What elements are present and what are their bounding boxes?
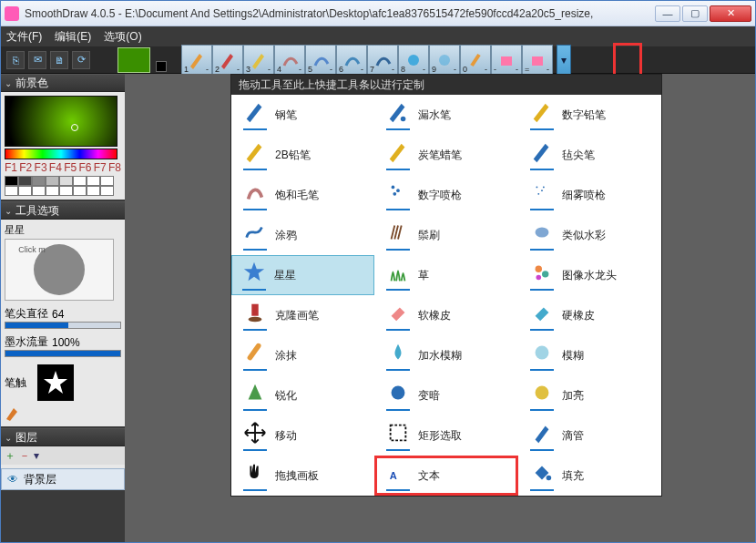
tool-leaky-pen[interactable]: 漏水笔 <box>374 95 517 135</box>
shape-label: 星星 <box>5 223 121 237</box>
click-hint: Click m <box>18 245 46 254</box>
minimize-button[interactable]: — <box>655 5 680 22</box>
quick-btn-4[interactable]: ⟳ <box>72 51 90 69</box>
swatch[interactable] <box>73 186 87 196</box>
swatch[interactable] <box>87 186 100 196</box>
tool-bristle[interactable]: 鬃刷 <box>374 215 517 255</box>
swatch[interactable] <box>100 186 114 196</box>
popup-grid: 钢笔漏水笔数字铅笔2B铅笔炭笔蜡笔毡尖笔饱和毛笔数字喷枪细雾喷枪涂鸦鬃刷类似水彩… <box>231 95 661 496</box>
background-swatch[interactable] <box>156 61 167 72</box>
tool-text[interactable]: A文本 <box>374 456 517 496</box>
brush-slot-3[interactable]: 3- <box>243 45 274 76</box>
color-field[interactable] <box>5 96 117 147</box>
brush-slot-2[interactable]: 2- <box>212 45 243 76</box>
tool-eyedropper[interactable]: 滴管 <box>518 415 661 456</box>
tool-pencil-2b[interactable]: 2B铅笔 <box>231 135 374 175</box>
menu-file[interactable]: 文件(F) <box>6 29 42 45</box>
brush-slot-5[interactable]: 5- <box>305 45 336 76</box>
brush-slot-7[interactable]: 7- <box>367 45 398 76</box>
canvas[interactable]: 拖动工具至此上快捷工具条以进行定制 钢笔漏水笔数字铅笔2B铅笔炭笔蜡笔毡尖笔饱和… <box>125 74 755 543</box>
f-label: F5 <box>64 161 77 174</box>
swatch[interactable] <box>5 176 18 186</box>
menu-edit[interactable]: 编辑(E) <box>55 29 91 45</box>
tool-water-blur[interactable]: 加水模糊 <box>374 335 517 375</box>
tool-image-faucet[interactable]: 图像水龙头 <box>518 255 661 295</box>
tool-move[interactable]: 移动 <box>231 415 374 456</box>
move-icon <box>243 421 267 445</box>
tool-lighten[interactable]: 加亮 <box>518 375 661 415</box>
panel-tool-options-head[interactable]: ⌄ 工具选项 <box>1 201 125 220</box>
swatch[interactable] <box>5 186 18 196</box>
quick-btn-2[interactable]: ✉ <box>28 51 46 69</box>
swatch[interactable] <box>59 186 73 196</box>
menu-options[interactable]: 选项(O) <box>104 29 141 45</box>
tool-smudge[interactable]: 涂抹 <box>231 335 374 375</box>
brush-slot-9[interactable]: 9- <box>429 45 460 76</box>
swatch[interactable] <box>100 176 114 186</box>
swatch[interactable] <box>18 176 32 186</box>
tool-clone-stamp[interactable]: 克隆画笔 <box>231 295 374 335</box>
tool-label: 填充 <box>562 468 584 484</box>
tool-sharpen[interactable]: 锐化 <box>231 375 374 415</box>
quick-btn-3[interactable]: 🗎 <box>50 51 68 69</box>
eye-icon[interactable]: 👁 <box>7 473 18 486</box>
brush-slot-4[interactable]: 4- <box>274 45 305 76</box>
panel-foreground-head[interactable]: ⌄ 前景色 <box>1 74 125 92</box>
swatch[interactable] <box>73 176 87 186</box>
brush-slot-6[interactable]: 6- <box>336 45 367 76</box>
swatch[interactable] <box>32 176 46 186</box>
tool-grass[interactable]: 草 <box>374 255 517 295</box>
swatch[interactable] <box>46 186 59 196</box>
panel-layers-head[interactable]: ⌄ 图层 <box>1 428 125 446</box>
tool-blur[interactable]: 模糊 <box>518 335 661 375</box>
tool-bucket[interactable]: 填充 <box>518 456 661 496</box>
brush-slot-0[interactable]: 0- <box>460 45 491 76</box>
tool-watercolor[interactable]: 类似水彩 <box>518 215 661 255</box>
tool-digital-spray[interactable]: 数字喷枪 <box>374 175 517 215</box>
tool-hard-eraser[interactable]: 硬橡皮 <box>518 295 661 335</box>
brush-dropdown-button[interactable]: ▾ <box>557 45 571 76</box>
tool-scrawl[interactable]: 涂鸦 <box>231 215 374 255</box>
panel-tool-options: ⌄ 工具选项 星星 Click m 笔尖直径 64 墨水流量 100% <box>1 201 125 426</box>
tool-soft-eraser[interactable]: 软橡皮 <box>374 295 517 335</box>
ink-flow-slider[interactable] <box>5 350 121 357</box>
tool-fine-spray[interactable]: 细雾喷枪 <box>518 175 661 215</box>
brush-icon <box>528 51 547 69</box>
foreground-swatch[interactable] <box>117 47 150 73</box>
brush-slot--[interactable]: -- <box>491 45 522 76</box>
quick-btn-1[interactable]: ⎘ <box>6 51 25 69</box>
close-button[interactable]: ✕ <box>710 5 751 22</box>
tip-diameter-slider[interactable] <box>5 322 121 329</box>
f-label: F3 <box>35 161 47 174</box>
layer-down-icon[interactable]: ▾ <box>34 449 39 462</box>
brush-slot-=[interactable]: =- <box>522 45 553 76</box>
tool-pen[interactable]: 钢笔 <box>231 95 374 135</box>
delete-layer-icon[interactable]: － <box>19 448 30 464</box>
brush-icon <box>435 51 454 69</box>
tool-sat-brush[interactable]: 饱和毛笔 <box>231 175 374 215</box>
tool-digital-pencil[interactable]: 数字铅笔 <box>518 95 661 135</box>
swatch[interactable] <box>59 176 73 186</box>
tool-felt[interactable]: 毡尖笔 <box>518 135 661 175</box>
panel-foreground-body: F1F2F3F4F5F6F7F8 <box>1 92 125 200</box>
tool-rect-select[interactable]: 矩形选取 <box>374 415 517 456</box>
tool-label: 变暗 <box>418 388 440 404</box>
layer-row-background[interactable]: 👁 背景层 <box>1 468 125 490</box>
brush-slot-1[interactable]: 1- <box>181 45 212 76</box>
tool-hand[interactable]: 拖拽画板 <box>231 456 374 496</box>
tool-darken[interactable]: 变暗 <box>374 375 517 415</box>
panel-layers-title: 图层 <box>15 430 37 446</box>
svg-point-17 <box>536 274 541 280</box>
stroke-thumbnail[interactable] <box>37 364 74 401</box>
swatch[interactable] <box>18 186 32 196</box>
swatch[interactable] <box>32 186 46 196</box>
add-layer-icon[interactable]: ＋ <box>5 448 15 464</box>
tool-charcoal[interactable]: 炭笔蜡笔 <box>374 135 517 175</box>
maximize-button[interactable]: ▢ <box>682 5 708 22</box>
shape-preview[interactable]: Click m <box>5 239 114 301</box>
swatch[interactable] <box>46 176 59 186</box>
hue-slider[interactable] <box>5 149 117 159</box>
brush-slot-8[interactable]: 8- <box>398 45 429 76</box>
swatch[interactable] <box>87 176 100 186</box>
tool-star[interactable]: 星星 <box>231 255 374 295</box>
